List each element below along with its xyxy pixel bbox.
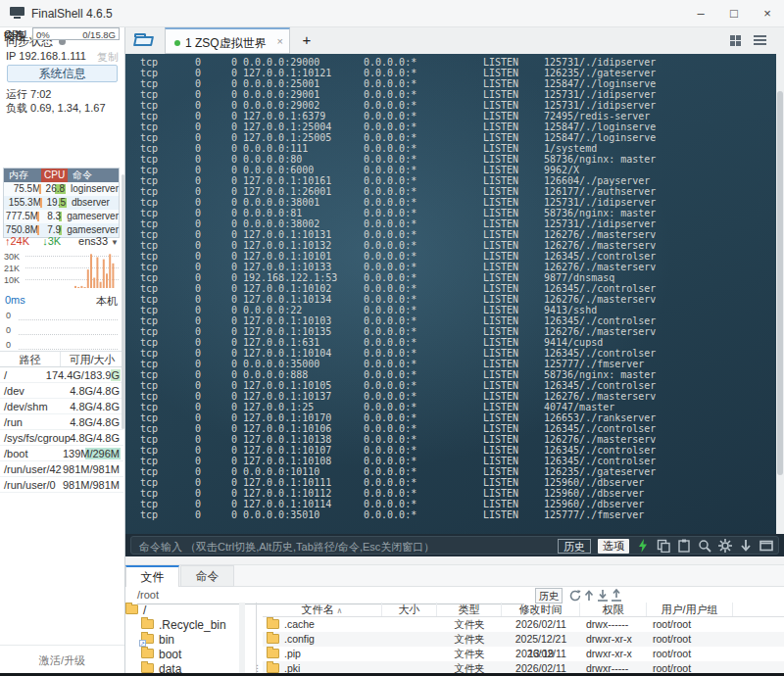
terminal-line: tcp 0 0 127.0.0.1:10106 0.0.0.0:* LISTEN…: [125, 423, 776, 434]
file-row[interactable]: .cache 文件夹 2026/02/11 16:56 drwx------ r…: [263, 617, 784, 632]
copy-icon[interactable]: [657, 539, 670, 553]
disk-row[interactable]: /run/user/0 981M/981M: [0, 477, 123, 493]
minimize-button[interactable]: –: [684, 0, 717, 27]
tree-item[interactable]: .Recycle_bin: [125, 617, 246, 632]
download-file-icon[interactable]: [596, 589, 610, 603]
new-tab-button[interactable]: +: [298, 31, 316, 48]
process-row[interactable]: 75.5M 26.8 loginserver: [4, 182, 119, 196]
process-header-cmd[interactable]: 命令: [68, 169, 119, 182]
up-directory-icon[interactable]: [582, 589, 596, 603]
gear-icon[interactable]: [718, 539, 732, 553]
tab-commands[interactable]: 命令: [180, 565, 234, 587]
command-input-placeholder: 命令输入 （双击Ctrl切换,Alt历史,Tab路径/命令,Esc关闭窗口）: [139, 540, 434, 555]
terminal-line: tcp 0 0 0.0.0.0:25001 0.0.0.0:* LISTEN 1…: [125, 78, 776, 89]
process-row[interactable]: 777.5M 8.3 gameserver: [4, 210, 119, 223]
terminal-line: tcp 0 0 0.0.0.0:35010 0.0.0.0:* LISTEN 1…: [125, 509, 776, 520]
process-header-mem[interactable]: 内存: [4, 169, 41, 182]
terminal-local-address: 127.0.0.1:6379: [243, 111, 325, 121]
refresh-icon[interactable]: [568, 589, 582, 603]
terminal-line: tcp 0 0 127.0.0.1:10103 0.0.0.0:* LISTEN…: [125, 315, 776, 326]
tree-item[interactable]: ↗ bin: [125, 632, 246, 647]
process-header-cpu[interactable]: CPU: [41, 169, 68, 182]
terminal-program: 9414/cupsd: [544, 337, 603, 348]
disk-row[interactable]: /dev 4.8G/4.8G: [0, 383, 123, 399]
terminal-recvq: 0: [172, 229, 201, 240]
file-perm-cell: drwxr-xr-x: [580, 647, 647, 661]
activate-upgrade-link[interactable]: 激活/升级: [0, 645, 124, 668]
session-tab[interactable]: 1 ZSQ虚拟世界 ×: [165, 27, 290, 54]
command-history-button[interactable]: 历史: [558, 539, 591, 554]
process-table: 内存 CPU 命令 75.5M 26.8 loginserver 155.3M …: [3, 168, 120, 238]
window-mode-icon[interactable]: [760, 539, 773, 553]
maximize-button[interactable]: □: [717, 0, 751, 27]
tree-item[interactable]: /: [125, 603, 246, 617]
copy-ip-button[interactable]: 复制: [97, 50, 119, 65]
terminal-program: 125731/./idipserver: [544, 197, 656, 208]
disk-path: /: [4, 367, 7, 383]
terminal-local-address: 0.0.0.0:35010: [243, 509, 319, 520]
disk-row[interactable]: /boot 139M/296M: [0, 446, 123, 461]
tree-item[interactable]: boot: [125, 647, 246, 661]
terminal-proto: tcp: [140, 208, 158, 218]
paste-icon[interactable]: [677, 539, 691, 553]
terminal-line: tcp 0 0 127.0.0.1:10107 0.0.0.0:* LISTEN…: [125, 445, 776, 456]
file-row[interactable]: .config 文件夹 2025/12/21 13:19 drwxr-xr-x …: [263, 632, 784, 647]
disk-path: /run: [4, 414, 23, 430]
tree-scrollbar[interactable]: [239, 603, 245, 676]
terminal-state: LISTEN: [483, 68, 518, 78]
disk-header-path[interactable]: 路径: [0, 352, 61, 366]
folder-icon: [267, 619, 279, 629]
interface-selector[interactable]: ens33 ▼: [78, 235, 119, 247]
disk-row[interactable]: /dev/shm 4.8G/4.8G: [0, 399, 123, 414]
download-arrow-icon[interactable]: [739, 539, 753, 553]
command-input-bar[interactable]: 命令输入 （双击Ctrl切换,Alt历史,Tab路径/命令,Esc关闭窗口） 历…: [130, 536, 779, 555]
terminal-state: LISTEN: [483, 477, 518, 488]
terminal-sendq: 0: [231, 499, 237, 509]
terminal-local-address: 0.0.0.0:38001: [243, 197, 319, 208]
lightning-icon[interactable]: [636, 539, 650, 553]
upload-file-icon[interactable]: [610, 589, 623, 603]
disk-row[interactable]: /run 4.8G/4.8G: [0, 414, 123, 430]
tab-close-icon[interactable]: ×: [277, 35, 283, 47]
grid-layout-icon[interactable]: [730, 35, 741, 46]
search-icon[interactable]: [698, 539, 711, 553]
terminal-local-address: 127.0.0.1:10134: [243, 294, 331, 305]
close-button[interactable]: ×: [751, 0, 784, 27]
terminal-recvq: 0: [172, 488, 201, 499]
col-header-type[interactable]: 类型: [437, 603, 502, 616]
terminal-line: tcp 0 0 127.0.0.1:631 0.0.0.0:* LISTEN 9…: [125, 337, 776, 348]
col-header-perm[interactable]: 权限: [580, 603, 647, 616]
process-cpu: 19.5: [41, 196, 68, 210]
terminal-program: 126345/./controlser: [544, 348, 656, 359]
disk-header-size[interactable]: 可用/大小: [61, 352, 123, 366]
terminal[interactable]: tcp 0 0 0.0.0.0:29000 0.0.0.0:* LISTEN 1…: [125, 54, 784, 534]
disk-row[interactable]: / 174.4G/183.9G: [0, 367, 123, 383]
terminal-proto: tcp: [140, 143, 158, 154]
terminal-sendq: 0: [231, 423, 237, 434]
terminal-scrollbar[interactable]: [776, 54, 784, 534]
open-connection-folder-icon[interactable]: [133, 31, 159, 50]
terminal-sendq: 0: [231, 326, 237, 337]
terminal-scrollbar-thumb[interactable]: [777, 91, 783, 475]
sidebar-scrollbar[interactable]: [122, 174, 124, 429]
terminal-recvq: 0: [172, 380, 201, 391]
path-history-button[interactable]: 历史: [535, 588, 563, 604]
col-header-mtime[interactable]: 修改时间: [502, 603, 580, 616]
horizontal-splitter[interactable]: ⋯: [125, 556, 784, 565]
disk-row[interactable]: /run/user/42 981M/981M: [0, 461, 123, 477]
file-owner-cell: root/root: [647, 632, 733, 647]
tab-files[interactable]: 文件: [125, 565, 179, 587]
menu-icon[interactable]: [754, 35, 766, 46]
terminal-program: 9877/dnsmasq: [544, 272, 614, 283]
terminal-program: 125731/./idipserver: [544, 57, 656, 68]
system-info-button[interactable]: 系统信息: [7, 65, 118, 82]
terminal-proto: tcp: [140, 251, 158, 262]
file-row[interactable]: .pip 文件夹 2026/02/11 16:56 drwxr-xr-x roo…: [263, 647, 784, 661]
col-header-size[interactable]: 大小: [382, 603, 437, 616]
terminal-state: LISTEN: [483, 89, 518, 100]
command-options-button[interactable]: 选项: [598, 539, 629, 554]
col-header-filename[interactable]: 文件名∧: [263, 603, 382, 616]
process-row[interactable]: 155.3M 19.5 dbserver: [4, 196, 119, 210]
col-header-owner[interactable]: 用户/用户组: [647, 603, 733, 616]
disk-row[interactable]: /sys/fs/cgroup 4.8G/4.8G: [0, 430, 123, 446]
